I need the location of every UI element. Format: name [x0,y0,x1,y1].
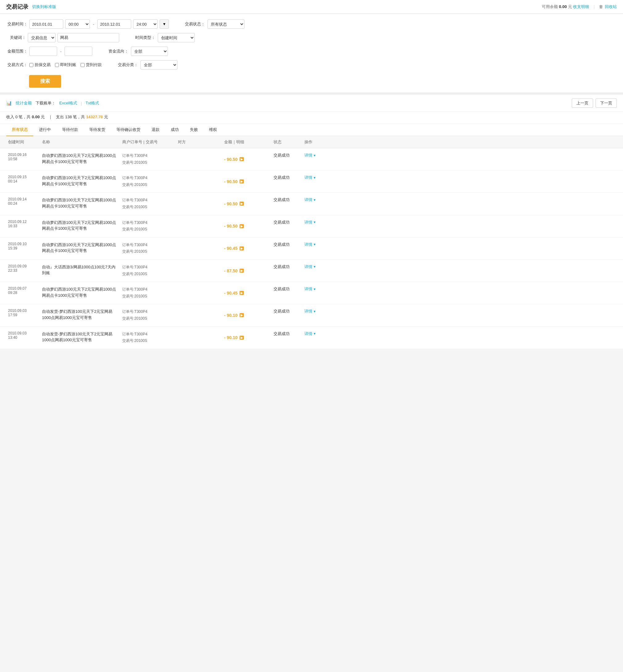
state-select[interactable]: 所有状态进行中成功失败 [207,20,244,29]
cell-action-3[interactable]: 详情 ▼ [302,215,333,237]
detail-link[interactable]: 详情 ▼ [304,242,316,247]
excel-link[interactable]: Excel格式 [59,100,77,106]
cell-amount-0: - 90.50▶ [222,148,272,170]
amount-min-input[interactable] [29,47,57,56]
next-page-button[interactable]: 下一页 [595,98,617,108]
cell-order-4: 订单号:T300P4交易号:20100S [120,237,176,259]
cell-action-0[interactable]: 详情 ▼ [302,148,333,170]
search-button[interactable]: 搜索 [29,75,61,88]
detail-link[interactable]: 详情 ▼ [304,309,316,314]
prev-page-button[interactable]: 上一页 [572,98,593,108]
keyword-input[interactable] [57,33,119,42]
method-guarantee[interactable]: 担保交易 [29,62,51,68]
time-start-select[interactable]: 00:0006:0012:0018:0024:00 [65,20,90,29]
amount-detail-icon[interactable]: ▶ [240,269,244,273]
amount-detail-icon[interactable]: ▶ [240,157,244,161]
cell-action-6[interactable]: 详情 ▼ [302,282,333,304]
cell-action-7[interactable]: 详情 ▼ [302,304,333,326]
row-time: 15:39 [8,246,17,251]
table-row: 2010.09.0313:40自动发货-梦幻西游100元天下2元宝网易1000点… [0,327,623,349]
amount-max-input[interactable] [64,47,92,56]
detail-link[interactable]: 详情 ▼ [304,152,316,158]
row-order: 订单号:T300P4 [122,152,147,159]
keyword-type-select[interactable]: 交易信息商品名称交易号 [28,33,56,42]
cell-counterpart-8 [176,327,222,349]
table-header-1: 名称 [40,136,120,148]
cell-action-8[interactable]: 详情 ▼ [302,327,333,349]
cell-order-5: 订单号:T300P4交易号:20100S [120,260,176,282]
cod-checkbox[interactable] [81,63,85,67]
guarantee-label: 担保交易 [35,62,51,68]
status-tab-3[interactable]: 等待发货 [84,124,111,136]
toolbar-sep: | [81,101,82,106]
cell-action-4[interactable]: 详情 ▼ [302,237,333,259]
amount-detail-icon[interactable]: ▶ [240,336,244,340]
flow-select[interactable]: 全部支出收入 [131,47,168,56]
amount-detail-icon[interactable]: ▶ [240,224,244,228]
recycle-link[interactable]: 回收站 [605,4,617,9]
time-type-select[interactable]: 创建时间付款时间 [158,33,195,42]
amount-filter-group: 金额范围： - [7,47,92,56]
status-tab-6[interactable]: 成功 [165,124,184,136]
statement-link[interactable]: 收支明细 [573,4,589,9]
date-start-input[interactable] [29,20,63,29]
cell-counterpart-5 [176,260,222,282]
amount-detail-icon[interactable]: ▶ [240,179,244,183]
detail-link[interactable]: 详情 ▼ [304,264,316,270]
detail-link[interactable]: 详情 ▼ [304,331,316,337]
row-order: 订单号:T300P4 [122,242,147,249]
cell-counterpart-7 [176,304,222,326]
status-tab-1[interactable]: 进行中 [33,124,57,136]
table-row: 2010.09.1015:39自动梦幻西游100元天下2元宝网易1000点网易点… [0,237,623,260]
row-status: 交易成功 [273,152,290,158]
amount-detail-icon[interactable]: ▶ [240,313,244,317]
status-tab-8[interactable]: 维权 [203,124,222,136]
balance-unit: 元 [568,4,572,9]
guarantee-checkbox[interactable] [29,63,33,67]
time-end-select[interactable]: 24:0000:0006:0012:0018:00 [133,20,158,29]
detail-link[interactable]: 详情 ▼ [304,220,316,225]
status-tab-5[interactable]: 退款 [146,124,165,136]
cat-label: 交易分类： [118,62,138,68]
amount-value: - 90.50 [224,179,238,184]
detail-link[interactable]: 详情 ▼ [304,175,316,180]
chevron-down-icon: ▼ [313,176,316,179]
status-tab-0[interactable]: 所有状态 [6,124,33,136]
cell-action-1[interactable]: 详情 ▼ [302,171,333,193]
row-status: 交易成功 [273,242,290,247]
row-trade: 交易号:20100S [122,338,147,344]
detail-link[interactable]: 详情 ▼ [304,286,316,292]
status-tab-2[interactable]: 等待付款 [57,124,84,136]
instant-checkbox[interactable] [55,63,59,67]
cell-counterpart-0 [176,148,222,170]
amount-detail-icon[interactable]: ▶ [240,291,244,295]
status-tab-4[interactable]: 等待确认收货 [111,124,146,136]
table-header-0: 创建时间 [6,136,40,148]
status-tab-7[interactable]: 失败 [184,124,203,136]
amount-detail-icon[interactable]: ▶ [240,202,244,206]
stats-amount-link[interactable]: 统计金额 [16,100,32,106]
date-arrow-button[interactable]: ▼ [159,20,169,29]
amount-value: - 90.50 [224,224,238,229]
row-date: 2010.09.09 [8,264,27,268]
chevron-down-icon: ▼ [313,243,316,246]
txt-link[interactable]: Txt格式 [86,100,99,106]
cell-date-1: 2010.09.1500:14 [6,171,40,193]
category-select[interactable]: 全部网络游戏数码 [141,60,178,69]
header: 交易记录 切换到标准版 可用余额 0.00 元 收支明细 ｜ 🗑 回收站 [0,0,623,14]
method-cod[interactable]: 货到付款 [81,62,102,68]
chevron-down-icon: ▼ [313,332,316,335]
cell-action-5[interactable]: 详情 ▼ [302,260,333,282]
cell-action-2[interactable]: 详情 ▼ [302,193,333,215]
switch-version-link[interactable]: 切换到标准版 [32,4,56,9]
row-date: 2010.09.03 [8,331,27,335]
method-instant[interactable]: 即时到账 [55,62,76,68]
row-trade: 交易号:20100S [122,248,147,255]
filter-row-4: 交易方式： 担保交易 即时到账 货到付款 交易分类： 全部网络游戏数码 [7,60,616,69]
detail-link[interactable]: 详情 ▼ [304,197,316,203]
row-date: 2010.09.07 [8,286,27,291]
date-end-input[interactable] [97,20,131,29]
amount-value: - 87.50 [224,268,238,273]
summary-bar: 收入 0 笔，共 0.00 元 ｜ 支出 138 笔，共 14327.78 元 [0,112,623,124]
amount-detail-icon[interactable]: ▶ [240,246,244,251]
